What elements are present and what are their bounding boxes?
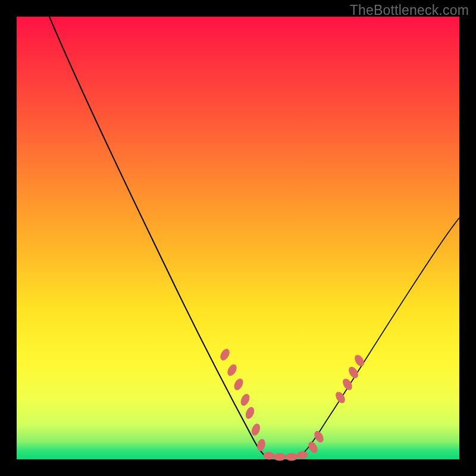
bead <box>296 451 308 459</box>
chart-frame: TheBottleneck.com <box>0 0 476 476</box>
bead <box>245 406 256 419</box>
bead <box>239 393 251 406</box>
bead <box>250 423 261 437</box>
plot-area <box>17 17 459 459</box>
curve-group <box>49 17 459 457</box>
beads-group <box>219 347 366 461</box>
bead <box>233 377 245 391</box>
bead <box>342 377 354 391</box>
curve-right <box>296 218 459 457</box>
bead <box>219 347 231 361</box>
chart-svg <box>17 17 459 459</box>
bead <box>256 439 266 452</box>
bead <box>274 453 286 461</box>
bead <box>264 452 275 460</box>
curve-left <box>49 17 267 457</box>
bead <box>226 363 238 377</box>
bead <box>286 453 298 461</box>
bead <box>313 430 325 443</box>
watermark-text: TheBottleneck.com <box>350 2 469 18</box>
bead <box>353 353 366 367</box>
